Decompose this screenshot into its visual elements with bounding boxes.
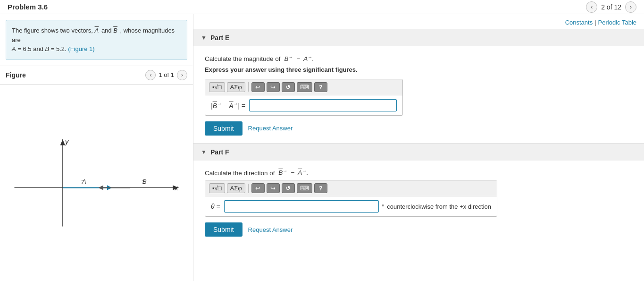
toolbar-sep-f [248, 184, 249, 193]
part-e-section: ▼ Part E Calculate the magnitude of B→ −… [193, 29, 644, 143]
part-e-math-label: |B→ − A→| = [211, 101, 245, 110]
redo-button-e[interactable]: ↪ [267, 82, 280, 92]
part-e-math-expr: B→ − A→. [284, 55, 314, 62]
figure-canvas: y x A → [0, 85, 193, 281]
periodic-table-link[interactable]: Periodic Table [598, 19, 636, 26]
reset-button-f[interactable]: ↺ [282, 183, 295, 193]
part-e-label: Part E [210, 34, 229, 42]
part-e-body: Calculate the magnitude of B→ − A→. Expr… [193, 46, 644, 143]
part-e-request-link[interactable]: Request Answer [248, 125, 293, 132]
problem-info-box: The figure shows two vectors, A and B , … [6, 20, 187, 60]
part-e-actions: Submit Request Answer [205, 121, 633, 136]
next-problem-button[interactable]: › [625, 1, 636, 13]
vec-b-label: B [113, 27, 118, 34]
nav-controls: ‹ 2 of 12 › [586, 1, 636, 13]
part-f-math-expr: B→ − A→. [278, 169, 308, 176]
part-f-unit: ° [382, 203, 384, 210]
part-f-direction-text: counterclockwise from the +x direction [387, 203, 491, 210]
part-f-body: Calculate the direction of B→ − A→. ▪√□ … [193, 161, 644, 245]
math-template-button-e[interactable]: ▪√□ [209, 82, 225, 92]
undo-button-e[interactable]: ↩ [251, 82, 265, 92]
svg-marker-4 [60, 139, 65, 145]
part-f-request-link[interactable]: Request Answer [248, 226, 293, 233]
part-f-question: Calculate the direction of B→ − A→. [205, 168, 633, 177]
help-button-f[interactable]: ? [314, 183, 327, 193]
part-f-label: Part F [210, 148, 229, 156]
part-f-actions: Submit Request Answer [205, 222, 633, 237]
problem-count: 2 of 12 [601, 3, 621, 11]
right-panel[interactable]: Constants | Periodic Table ▼ Part E Calc… [193, 14, 644, 281]
svg-marker-11 [99, 185, 103, 190]
problem-text-1: The figure shows two vectors, [12, 27, 95, 34]
part-e-question: Calculate the magnitude of B→ − A→. [205, 54, 633, 62]
prev-problem-button[interactable]: ‹ [586, 1, 597, 13]
problem-title: Problem 3.6 [8, 3, 48, 11]
part-f-math-label: θ = [211, 203, 220, 210]
figure-diagram: y x A → [5, 89, 188, 277]
help-button-e[interactable]: ? [314, 82, 327, 92]
svg-text:y: y [65, 138, 69, 145]
part-f-question-text: Calculate the direction of [205, 169, 275, 176]
part-f-arrow-icon: ▼ [201, 149, 207, 155]
part-f-answer-input[interactable] [224, 200, 379, 213]
part-e-answer-input[interactable] [249, 99, 397, 111]
next-figure-button[interactable]: › [177, 70, 187, 80]
link-separator: | [594, 19, 596, 26]
part-f-input-container: ▪√□ ΑΣφ ↩ ↪ ↺ ⌨ ? θ = ° counterclockwise… [205, 180, 497, 217]
part-e-toolbar: ▪√□ ΑΣφ ↩ ↪ ↺ ⌨ ? [205, 79, 402, 95]
and-text: and [101, 27, 113, 34]
svg-text:→: → [141, 178, 145, 183]
prev-figure-button[interactable]: ‹ [145, 70, 156, 80]
math-symbol-button-e[interactable]: ΑΣφ [227, 82, 245, 92]
part-f-submit-button[interactable]: Submit [205, 222, 243, 237]
constants-link[interactable]: Constants [565, 19, 593, 26]
part-e-header[interactable]: ▼ Part E [193, 29, 644, 46]
math-template-button-f[interactable]: ▪√□ [209, 183, 225, 193]
a-value: A [12, 45, 16, 52]
part-e-question-text: Calculate the magnitude of [205, 55, 281, 62]
main-layout: The figure shows two vectors, A and B , … [0, 14, 644, 281]
part-f-section: ▼ Part F Calculate the direction of B→ −… [193, 143, 644, 245]
part-e-instruction: Express your answer using three signific… [205, 66, 633, 73]
figure-header: Figure ‹ 1 of 1 › [0, 66, 193, 85]
svg-text:→: → [81, 178, 85, 183]
figure-count: 1 of 1 [159, 71, 174, 78]
part-f-header[interactable]: ▼ Part F [193, 144, 644, 161]
figure-section: Figure ‹ 1 of 1 › y x [0, 66, 193, 281]
part-e-input-container: ▪√□ ΑΣφ ↩ ↪ ↺ ⌨ ? |B→ − A→| = [205, 79, 403, 116]
undo-button-f[interactable]: ↩ [251, 183, 265, 193]
redo-button-f[interactable]: ↪ [267, 183, 280, 193]
vec-a-label: A [95, 27, 100, 34]
reset-button-e[interactable]: ↺ [282, 82, 295, 92]
part-e-submit-button[interactable]: Submit [205, 121, 243, 136]
figure-link[interactable]: (Figure 1) [68, 45, 94, 52]
figure-title: Figure [6, 71, 26, 79]
top-links: Constants | Periodic Table [193, 14, 644, 29]
math-symbol-button-f[interactable]: ΑΣφ [227, 183, 245, 193]
toolbar-sep-e [248, 82, 249, 92]
part-f-toolbar: ▪√□ ΑΣφ ↩ ↪ ↺ ⌨ ? [205, 180, 497, 196]
part-f-input-row: θ = ° counterclockwise from the +x direc… [205, 196, 497, 216]
keyboard-button-e[interactable]: ⌨ [297, 82, 312, 92]
a-equals: = 6.5 and [17, 45, 45, 52]
part-e-input-row: |B→ − A→| = [205, 95, 402, 115]
b-equals: = 5.2. [51, 45, 68, 52]
left-panel: The figure shows two vectors, A and B , … [0, 14, 193, 281]
keyboard-button-f[interactable]: ⌨ [297, 183, 312, 193]
b-value: B [45, 45, 50, 52]
part-e-arrow-icon: ▼ [201, 34, 207, 41]
figure-nav: ‹ 1 of 1 › [145, 70, 187, 80]
